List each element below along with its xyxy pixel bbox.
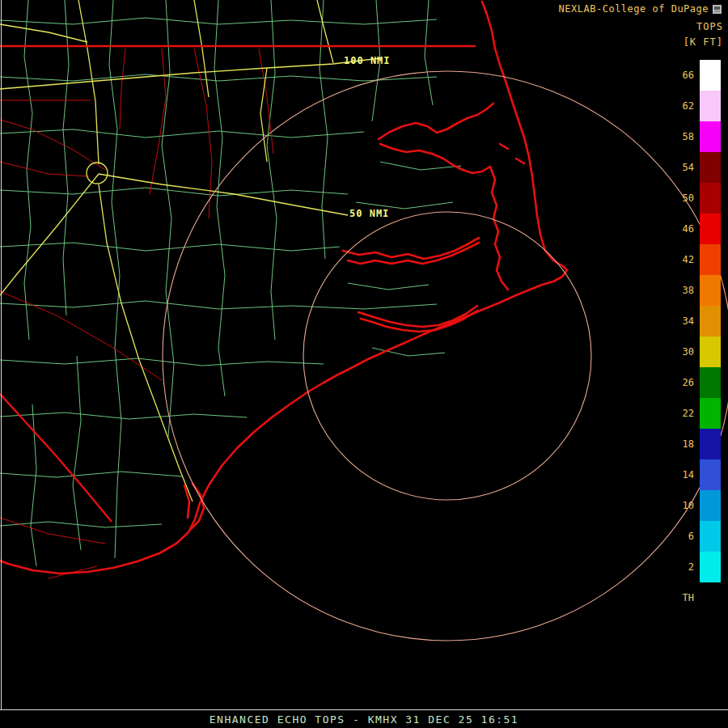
product-caption: ENHANCED ECHO TOPS - KMHX 31 DEC 25 16:5… [0,713,728,726]
legend-value: 10 [663,500,700,511]
legend-row: 30 [663,336,723,367]
legend-row: 54 [663,152,723,183]
range-ring-label-50: 50 NMI [349,208,389,219]
map-canvas: 100 NMI 50 NMI [0,0,728,728]
legend-color-swatch [700,552,721,582]
highway-lines [0,0,380,502]
legend-color-swatch [700,398,721,429]
legend-value: 66 [663,70,700,81]
legend-row: 10 [663,490,723,521]
legend-value: 18 [663,438,700,450]
legend-value: 30 [663,346,700,358]
legend-title: TOPS [663,21,723,32]
legend-color-swatch [700,582,721,613]
legend-value: 22 [663,408,700,419]
legend: TOPS [K FT] 6662585450464238343026221814… [663,21,723,613]
legend-color-swatch [700,275,721,306]
legend-value: 58 [663,131,700,142]
frame-border-left [1,0,2,709]
coastline [0,2,567,574]
legend-row: 38 [663,275,723,306]
state-border-lines [0,46,476,522]
legend-value: 2 [663,561,700,573]
legend-color-swatch [700,152,721,183]
legend-value: 34 [663,315,700,327]
legend-units: [K FT] [663,36,723,48]
secondary-road-lines [0,49,273,578]
legend-row: 46 [663,214,723,244]
cod-logo-icon [713,5,722,14]
legend-row: 66 [663,60,723,91]
radar-product-view: 100 NMI 50 NMI NEXLAB-College of DuPage … [0,0,728,728]
legend-row: 42 [663,244,723,275]
site-title: NEXLAB-College of DuPage [559,3,709,15]
legend-row: 62 [663,91,723,121]
range-ring-label-100: 100 NMI [344,55,391,66]
legend-color-swatch [700,214,721,244]
legend-row: 18 [663,429,723,459]
range-ring-100nmi [163,71,728,641]
legend-row: 58 [663,121,723,152]
legend-color-swatch [700,244,721,275]
legend-row: 50 [663,183,723,214]
legend-color-swatch [700,336,721,367]
legend-color-swatch [700,490,721,521]
legend-color-swatch [700,367,721,398]
legend-color-swatch [700,429,721,459]
legend-value: 38 [663,285,700,296]
legend-scale: 66625854504642383430262218141062TH [663,60,723,613]
county-boundary-lines [0,0,461,566]
legend-value: 46 [663,223,700,235]
legend-row: 14 [663,459,723,490]
legend-color-swatch [700,91,721,121]
legend-color-swatch [700,60,721,91]
legend-row: 26 [663,367,723,398]
legend-value: TH [663,592,700,603]
range-rings: 100 NMI 50 NMI [163,55,728,641]
legend-row: 2 [663,552,723,582]
legend-value: 6 [663,531,700,542]
legend-value: 14 [663,469,700,480]
frame-border-bottom [0,709,728,710]
legend-color-swatch [700,183,721,214]
site-attribution: NEXLAB-College of DuPage [559,3,722,15]
legend-color-swatch [700,121,721,152]
legend-value: 50 [663,193,700,204]
legend-value: 62 [663,100,700,112]
legend-value: 26 [663,377,700,388]
legend-row: 6 [663,521,723,552]
legend-color-swatch [700,306,721,336]
legend-value: 42 [663,254,700,265]
legend-value: 54 [663,162,700,173]
legend-row: 22 [663,398,723,429]
legend-color-swatch [700,521,721,552]
legend-color-swatch [700,459,721,490]
legend-row: 34 [663,306,723,336]
legend-row: TH [663,582,723,613]
